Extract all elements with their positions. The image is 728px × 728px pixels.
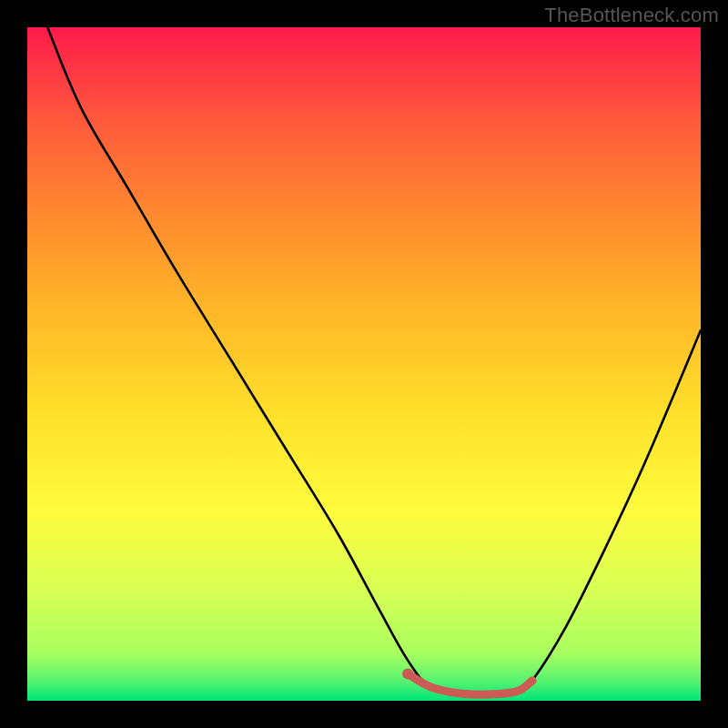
watermark-text: TheBottleneck.com <box>544 4 719 27</box>
optimal-marker <box>402 668 413 679</box>
gradient-background <box>27 27 701 701</box>
chart-stage: TheBottleneck.com <box>0 0 728 728</box>
plot-svg <box>27 27 701 701</box>
plot-area <box>27 27 701 701</box>
